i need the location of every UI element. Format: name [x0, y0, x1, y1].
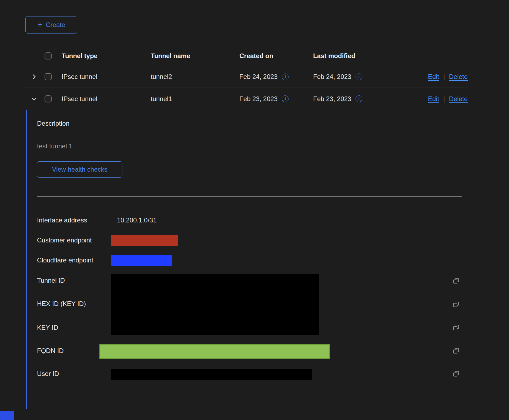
edit-link[interactable]: Edit — [428, 95, 439, 103]
redacted-id-values-block — [111, 274, 319, 335]
chevron-down-icon[interactable] — [31, 95, 38, 102]
plus-icon: + — [38, 20, 43, 29]
create-button-label: Create — [46, 21, 65, 29]
column-header-created-on: Created on — [239, 52, 313, 60]
cloudflare-endpoint-label: Cloudflare endpoint — [37, 256, 93, 264]
redacted-fqdn-id-value — [99, 344, 330, 359]
row-checkbox[interactable] — [45, 95, 52, 102]
info-icon[interactable]: i — [282, 95, 289, 102]
column-header-tunnel-type: Tunnel type — [62, 52, 151, 60]
created-on-value: Feb 23, 2023 — [239, 95, 277, 103]
info-icon[interactable]: i — [282, 74, 289, 80]
key-id-label: KEY ID — [37, 324, 58, 331]
column-header-tunnel-name: Tunnel name — [151, 52, 239, 60]
last-modified-value: Feb 23, 2023 — [313, 95, 351, 103]
created-on-value: Feb 24, 2023 — [239, 73, 277, 81]
tunnel-name-cell: tunnel2 — [151, 73, 239, 81]
copy-icon[interactable] — [453, 277, 460, 284]
action-separator: | — [443, 73, 445, 81]
tunnels-table: Tunnel type Tunnel name Created on Last … — [26, 46, 468, 110]
redacted-customer-endpoint-value — [111, 235, 178, 246]
interface-address-value: 10.200.1.0/31 — [117, 216, 157, 224]
tunnel-id-label: Tunnel ID — [37, 277, 65, 284]
edit-link[interactable]: Edit — [428, 73, 439, 81]
redacted-cloudflare-endpoint-value — [111, 255, 172, 266]
info-icon[interactable]: i — [356, 74, 362, 80]
user-id-label: User ID — [37, 370, 59, 378]
partial-blue-element — [0, 411, 14, 420]
delete-link[interactable]: Delete — [449, 73, 468, 81]
copy-icon[interactable] — [453, 347, 460, 354]
tunnel-type-cell: IPsec tunnel — [62, 73, 151, 81]
action-separator: | — [443, 95, 445, 103]
column-header-last-modified: Last modified — [313, 52, 417, 60]
tunnel-details-panel: Description test tunnel 1 View health ch… — [26, 110, 468, 409]
table-row: IPsec tunnel tunnel1 Feb 23, 2023 i Feb … — [26, 88, 468, 110]
copy-icon[interactable] — [453, 370, 460, 377]
row-checkbox[interactable] — [45, 73, 52, 80]
copy-icon[interactable] — [453, 301, 460, 308]
section-divider — [37, 196, 462, 196]
create-button[interactable]: + Create — [25, 16, 77, 34]
hex-id-label: HEX ID (KEY ID) — [37, 300, 86, 308]
copy-icon[interactable] — [453, 324, 460, 331]
chevron-right-icon[interactable] — [31, 73, 38, 80]
table-header-row: Tunnel type Tunnel name Created on Last … — [26, 46, 468, 66]
fqdn-id-label: FQDN ID — [37, 347, 64, 355]
info-icon[interactable]: i — [356, 95, 362, 102]
delete-link[interactable]: Delete — [449, 95, 468, 103]
tunnel-name-cell: tunnel1 — [151, 95, 239, 103]
redacted-user-id-value — [111, 369, 312, 380]
description-label: Description — [37, 120, 69, 127]
description-value: test tunnel 1 — [37, 142, 72, 150]
interface-address-label: Interface address — [37, 216, 87, 224]
select-all-checkbox[interactable] — [45, 52, 52, 59]
view-health-checks-button[interactable]: View health checks — [37, 161, 122, 178]
last-modified-value: Feb 24, 2023 — [313, 73, 351, 81]
customer-endpoint-label: Customer endpoint — [37, 236, 92, 244]
tunnel-type-cell: IPsec tunnel — [62, 95, 151, 103]
table-row: IPsec tunnel tunnel2 Feb 24, 2023 i Feb … — [26, 66, 468, 88]
